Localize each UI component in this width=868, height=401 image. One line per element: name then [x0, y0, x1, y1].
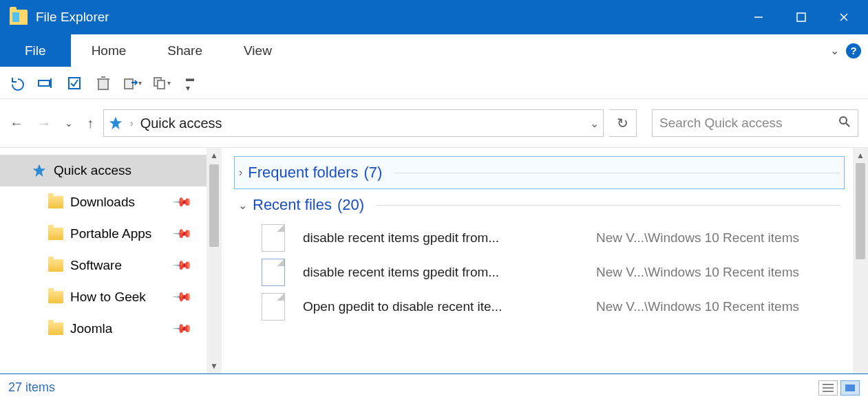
folder-icon — [48, 259, 63, 272]
svg-marker-12 — [109, 117, 122, 129]
tree-scrollbar[interactable]: ▲ ▼ — [207, 148, 222, 373]
tree-item-software[interactable]: Software 📌 — [0, 250, 207, 281]
search-placeholder: Search Quick access — [659, 116, 838, 131]
file-name: disable recent items gpedit from... — [303, 265, 578, 280]
file-name: disable recent items gpedit from... — [303, 230, 578, 246]
scroll-up-icon[interactable]: ▲ — [856, 151, 865, 160]
pin-icon: 📌 — [171, 318, 193, 339]
pin-icon: 📌 — [171, 254, 193, 276]
svg-point-13 — [840, 117, 847, 124]
navigation-pane: Quick access Downloads 📌 Portable Apps 📌… — [0, 147, 222, 373]
file-path: New V...\Windows 10 Recent items — [596, 230, 799, 246]
quick-access-star-icon — [108, 116, 123, 131]
help-button[interactable]: ? — [846, 43, 861, 58]
star-icon — [32, 163, 47, 178]
svg-rect-4 — [39, 80, 50, 86]
search-box[interactable]: Search Quick access — [652, 109, 858, 137]
window-title: File Explorer — [36, 10, 109, 25]
address-bar[interactable]: › Quick access ⌄ — [103, 109, 604, 137]
file-icon — [262, 224, 285, 252]
content-scrollbar[interactable]: ▲ — [853, 148, 868, 373]
file-name: Open gpedit to disable recent ite... — [303, 299, 578, 314]
tree-item-label: Software — [70, 258, 122, 273]
group-frequent-folders[interactable]: › Frequent folders (7) — [234, 156, 845, 189]
back-button[interactable]: ← — [10, 116, 23, 131]
pin-icon: 📌 — [171, 191, 193, 213]
file-path: New V...\Windows 10 Recent items — [596, 299, 799, 314]
file-row[interactable]: Open gpedit to disable recent ite... New… — [234, 290, 845, 324]
content-pane: › Frequent folders (7) ⌄ Recent files (2… — [222, 147, 868, 373]
rename-button[interactable] — [36, 74, 55, 93]
search-icon — [838, 116, 851, 131]
tab-share[interactable]: Share — [147, 34, 223, 67]
tree-item-portable-apps[interactable]: Portable Apps 📌 — [0, 218, 207, 250]
file-row[interactable]: disable recent items gpedit from... New … — [234, 221, 845, 255]
tree-item-label: Portable Apps — [70, 226, 151, 241]
scroll-up-icon[interactable]: ▲ — [210, 151, 218, 160]
group-recent-files[interactable]: ⌄ Recent files (20) — [234, 189, 845, 221]
window-controls — [737, 0, 865, 34]
status-bar: 27 items — [0, 373, 868, 401]
close-button[interactable] — [823, 0, 865, 34]
recent-locations-button[interactable]: ⌄ — [65, 118, 73, 129]
customize-qat-button[interactable]: ▬▾ — [180, 74, 200, 93]
group-frequent-count: (7) — [364, 164, 383, 182]
folder-icon — [48, 228, 63, 240]
scroll-thumb[interactable] — [856, 163, 865, 259]
chevron-right-icon: › — [239, 166, 242, 179]
tree-item-label: Downloads — [70, 195, 135, 210]
svg-rect-6 — [69, 78, 80, 89]
properties-checkbox-icon[interactable] — [65, 74, 84, 93]
undo-button[interactable] — [7, 74, 26, 93]
file-icon — [262, 259, 285, 286]
svg-rect-11 — [158, 80, 165, 89]
breadcrumb-separator-icon: › — [130, 118, 134, 129]
file-icon — [262, 293, 285, 321]
ribbon-tabs: File Home Share View ⌄ ? — [0, 34, 868, 67]
status-item-count: 27 items — [8, 380, 55, 395]
pin-icon: 📌 — [171, 286, 193, 307]
recycle-bin-icon[interactable] — [94, 74, 113, 93]
group-recent-label: Recent files — [253, 196, 332, 214]
minimize-button[interactable] — [737, 0, 780, 34]
scroll-down-icon[interactable]: ▼ — [210, 361, 218, 371]
forward-button[interactable]: → — [37, 116, 51, 131]
address-location: Quick access — [140, 116, 222, 131]
pin-icon: 📌 — [171, 223, 193, 244]
folder-icon — [48, 323, 63, 335]
large-icons-view-button[interactable] — [840, 380, 860, 395]
tree-item-downloads[interactable]: Downloads 📌 — [0, 186, 207, 218]
ribbon-collapse-icon[interactable]: ⌄ — [830, 44, 839, 57]
address-dropdown-icon[interactable]: ⌄ — [590, 117, 599, 130]
group-recent-count: (20) — [337, 196, 364, 214]
details-view-button[interactable] — [818, 380, 838, 395]
quick-access-toolbar: ▾ ▾ ▬▾ — [0, 67, 868, 99]
folder-icon — [48, 196, 63, 208]
folder-icon — [48, 291, 63, 303]
copy-button[interactable]: ▾ — [151, 74, 171, 93]
refresh-button[interactable]: ↻ — [609, 109, 637, 137]
tree-quick-access-label: Quick access — [54, 163, 131, 178]
svg-marker-15 — [33, 164, 45, 177]
svg-rect-9 — [125, 79, 133, 89]
tree-item-joomla[interactable]: Joomla 📌 — [0, 313, 207, 345]
file-path: New V...\Windows 10 Recent items — [596, 265, 799, 280]
move-to-button[interactable]: ▾ — [123, 74, 142, 93]
view-toggle — [818, 380, 860, 395]
group-frequent-label: Frequent folders — [248, 164, 358, 182]
tree-item-label: Joomla — [70, 321, 112, 336]
title-bar: File Explorer — [0, 0, 868, 34]
up-button[interactable]: ↑ — [87, 116, 94, 131]
tab-file[interactable]: File — [0, 34, 71, 67]
nav-arrows: ← → ⌄ ↑ — [10, 116, 98, 131]
maximize-button[interactable] — [780, 0, 823, 34]
tab-view[interactable]: View — [223, 34, 293, 67]
svg-rect-7 — [98, 79, 108, 89]
navigation-row: ← → ⌄ ↑ › Quick access ⌄ ↻ Search Quick … — [0, 99, 868, 147]
tree-quick-access[interactable]: Quick access — [0, 155, 207, 186]
file-row[interactable]: disable recent items gpedit from... New … — [234, 255, 845, 290]
scroll-thumb[interactable] — [209, 164, 219, 247]
tab-home[interactable]: Home — [71, 34, 147, 67]
app-icon — [10, 10, 28, 25]
tree-item-how-to-geek[interactable]: How to Geek 📌 — [0, 281, 207, 313]
